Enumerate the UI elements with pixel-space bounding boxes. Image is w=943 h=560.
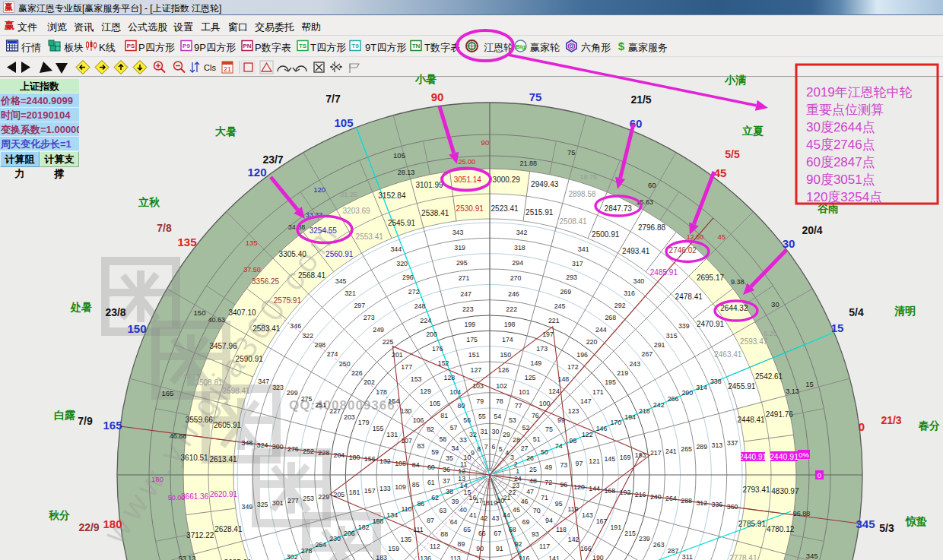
svg-text:21: 21 xyxy=(224,65,231,73)
svg-text:TS: TS xyxy=(299,43,307,49)
svg-text:PN: PN xyxy=(243,43,251,49)
svg-text:P9: P9 xyxy=(183,43,190,49)
svg-text:TN: TN xyxy=(412,43,421,49)
svg-text:T9: T9 xyxy=(351,43,359,49)
svg-text:Cls: Cls xyxy=(204,63,216,72)
svg-text:$: $ xyxy=(618,40,625,52)
svg-text:Big: Big xyxy=(516,43,525,50)
svg-text:PS: PS xyxy=(127,43,135,49)
